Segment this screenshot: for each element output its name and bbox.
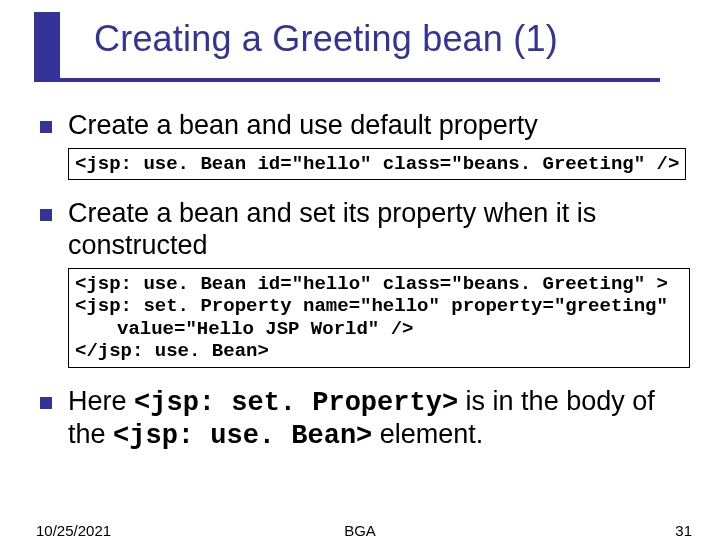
code-block-1: <jsp: use. Bean id="hello" class="beans.…: [68, 148, 686, 180]
bullet-square-icon: [40, 121, 52, 133]
text-run: Here: [68, 386, 134, 416]
accent-bar: [34, 12, 60, 82]
inline-code: <jsp: use. Bean>: [113, 421, 372, 451]
slide-title: Creating a Greeting bean (1): [94, 18, 558, 60]
bullet-square-icon: [40, 209, 52, 221]
footer-page-number: 31: [675, 522, 692, 539]
inline-code: <jsp: set. Property>: [134, 388, 458, 418]
code-line: <jsp: set. Property name="hello" propert…: [75, 295, 668, 317]
bullet-2-text: Create a bean and set its property when …: [68, 198, 680, 262]
bullet-3-text: Here <jsp: set. Property> is in the body…: [68, 386, 680, 454]
code-line: <jsp: use. Bean id="hello" class="beans.…: [75, 273, 668, 295]
slide-body: Create a bean and use default property <…: [40, 104, 680, 453]
code-line: value="Hello JSP World" />: [75, 318, 683, 340]
code-line: </jsp: use. Bean>: [75, 340, 269, 362]
accent-line: [60, 78, 660, 82]
bullet-square-icon: [40, 397, 52, 409]
bullet-1-text: Create a bean and use default property: [68, 110, 538, 142]
code-block-2: <jsp: use. Bean id="hello" class="beans.…: [68, 268, 690, 368]
text-run: element.: [372, 419, 483, 449]
footer-center: BGA: [0, 522, 720, 539]
bullet-3: Here <jsp: set. Property> is in the body…: [40, 386, 680, 454]
bullet-2: Create a bean and set its property when …: [40, 198, 680, 262]
bullet-1: Create a bean and use default property: [40, 110, 680, 142]
